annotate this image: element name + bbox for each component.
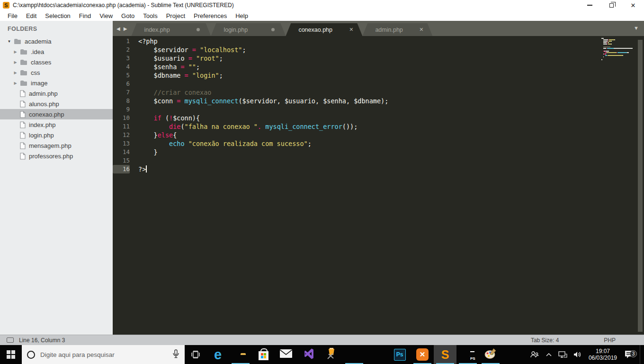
- menu-file[interactable]: File: [3, 12, 22, 19]
- file-item-alunos-php[interactable]: alunos.php: [0, 99, 113, 109]
- code-line[interactable]: 15: [113, 156, 644, 165]
- volume-icon[interactable]: [570, 351, 584, 358]
- menu-project[interactable]: Project: [162, 12, 189, 19]
- syntax-status[interactable]: PHP: [604, 337, 616, 344]
- folder-item--idea[interactable]: ▶.idea: [0, 46, 113, 57]
- tab-close-icon[interactable]: ✕: [419, 27, 423, 33]
- tab-history-back-icon[interactable]: ◀: [116, 26, 120, 31]
- microphone-icon[interactable]: [172, 349, 179, 360]
- code-line[interactable]: 2 $servidor = "localhost";: [113, 46, 644, 54]
- tray-chevron-up-icon[interactable]: [542, 352, 556, 357]
- minimap-line: [601, 45, 635, 46]
- code-line[interactable]: 4 $senha = "";: [113, 63, 644, 71]
- code-line[interactable]: 5 $dbname = "login";: [113, 71, 644, 80]
- edge-icon: e: [214, 348, 222, 362]
- taskbar-search-box[interactable]: Digite aqui para pesquisar: [22, 345, 185, 364]
- start-button[interactable]: [0, 345, 22, 364]
- menu-view[interactable]: View: [95, 12, 117, 19]
- chevron-collapsed-icon[interactable]: ▶: [13, 81, 18, 85]
- minimap-line: [601, 54, 635, 55]
- minimize-button[interactable]: [579, 0, 600, 10]
- window-controls: ✕: [579, 0, 644, 10]
- file-icon: [20, 100, 26, 108]
- sublime-text-taskbar-button[interactable]: S: [434, 345, 456, 364]
- action-center-button[interactable]: 3: [621, 350, 640, 359]
- folder-icon: [20, 59, 27, 65]
- editor-scrollbar[interactable]: [638, 40, 643, 332]
- tab-login-php[interactable]: login.php: [211, 23, 286, 36]
- folder-item-image[interactable]: ▶image: [0, 78, 113, 88]
- code-line[interactable]: 16?>: [113, 165, 644, 173]
- chevron-expanded-icon[interactable]: ▼: [7, 39, 12, 44]
- line-number: 10: [113, 114, 130, 122]
- tab-history-forward-icon[interactable]: ▶: [124, 26, 127, 31]
- code-line[interactable]: 12 }else{: [113, 131, 644, 139]
- network-icon[interactable]: [556, 351, 570, 358]
- chevron-collapsed-icon[interactable]: ▶: [13, 50, 18, 54]
- file-explorer-taskbar-button[interactable]: [229, 345, 252, 364]
- file-item-conexao-php[interactable]: conexao.php: [0, 109, 113, 119]
- phpstorm-taskbar-button[interactable]: PS: [456, 345, 479, 364]
- tab-conexao-php[interactable]: conexao.php✕: [286, 23, 362, 36]
- tab-index-php[interactable]: index.php: [131, 23, 211, 36]
- file-item-login-php[interactable]: login.php: [0, 130, 113, 140]
- file-icon: [20, 90, 26, 97]
- xampp-taskbar-button[interactable]: ✕: [411, 345, 434, 364]
- code-line[interactable]: 8 $conn = mysqli_connect($servidor, $usu…: [113, 97, 644, 105]
- menu-selection[interactable]: Selection: [41, 12, 74, 19]
- restore-button[interactable]: [600, 0, 622, 10]
- code-line[interactable]: 11 die("falha na conexao ". mysqli_conne…: [113, 122, 644, 131]
- menu-edit[interactable]: Edit: [22, 12, 41, 19]
- minimap[interactable]: [601, 38, 635, 61]
- photoshop-taskbar-button[interactable]: Ps: [388, 345, 411, 364]
- menu-help[interactable]: Help: [231, 12, 252, 19]
- code-line[interactable]: 9: [113, 105, 644, 114]
- tab-admin-php[interactable]: admin.php✕: [362, 23, 432, 36]
- menu-tools[interactable]: Tools: [139, 12, 161, 19]
- code-line[interactable]: 10 if (!$conn){: [113, 114, 644, 122]
- people-icon[interactable]: [528, 351, 542, 358]
- visual-studio-taskbar-button[interactable]: [297, 345, 320, 364]
- paint-taskbar-button[interactable]: [479, 345, 502, 364]
- mail-taskbar-button[interactable]: [275, 345, 297, 364]
- close-button[interactable]: ✕: [622, 0, 644, 10]
- folder-item-academia[interactable]: ▼academia: [0, 36, 113, 46]
- file-item-mensagem-php[interactable]: mensagem.php: [0, 140, 113, 151]
- show-desktop-button[interactable]: [640, 345, 642, 364]
- menu-goto[interactable]: Goto: [117, 12, 139, 19]
- line-number: 1: [113, 37, 130, 46]
- tab-close-icon[interactable]: ✕: [349, 27, 353, 33]
- minimap-line: [601, 46, 635, 47]
- android-studio-taskbar-button[interactable]: [366, 345, 388, 364]
- code-line[interactable]: 3 $usuario = "root";: [113, 54, 644, 63]
- chrome-taskbar-button[interactable]: [343, 345, 366, 364]
- edge-taskbar-button[interactable]: e: [206, 345, 229, 364]
- file-item-index-php[interactable]: index.php: [0, 119, 113, 130]
- code-line[interactable]: 1<?php: [113, 37, 644, 46]
- task-view-button[interactable]: [185, 345, 206, 364]
- console-panel-icon[interactable]: [7, 337, 14, 343]
- code-line[interactable]: 7 //criar conexao: [113, 88, 644, 97]
- file-item-professores-php[interactable]: professores.php: [0, 151, 113, 161]
- menu-preferences[interactable]: Preferences: [189, 12, 231, 19]
- xampp-setup-taskbar-button[interactable]: [320, 345, 343, 364]
- tab-size-status[interactable]: Tab Size: 4: [531, 337, 559, 344]
- folder-item-css[interactable]: ▶css: [0, 67, 113, 78]
- menu-find[interactable]: Find: [75, 12, 95, 19]
- folder-item-classes[interactable]: ▶classes: [0, 57, 113, 67]
- file-item-admin-php[interactable]: admin.php: [0, 88, 113, 99]
- code-line[interactable]: 6: [113, 80, 644, 88]
- code-line[interactable]: 14 }: [113, 148, 644, 156]
- chevron-collapsed-icon[interactable]: ▶: [13, 60, 18, 64]
- line-number: 4: [113, 63, 130, 71]
- minimap-line: [601, 41, 635, 42]
- chevron-collapsed-icon[interactable]: ▶: [13, 71, 18, 75]
- tab-overflow-icon[interactable]: ▼: [634, 25, 639, 31]
- code-line-text: $conn = mysqli_connect($servidor, $usuar…: [138, 97, 388, 105]
- code-line-text: $dbname = "login";: [138, 71, 223, 80]
- clock[interactable]: 19:07 06/03/2019: [584, 348, 621, 361]
- code-editor[interactable]: 1<?php2 $servidor = "localhost";3 $usuar…: [113, 36, 644, 335]
- microsoft-store-taskbar-button[interactable]: [252, 345, 275, 364]
- code-line[interactable]: 13 echo "conexão realizada com sucesso";: [113, 139, 644, 148]
- tab-bar: ◀ ▶ index.phplogin.phpconexao.php✕admin.…: [113, 21, 644, 36]
